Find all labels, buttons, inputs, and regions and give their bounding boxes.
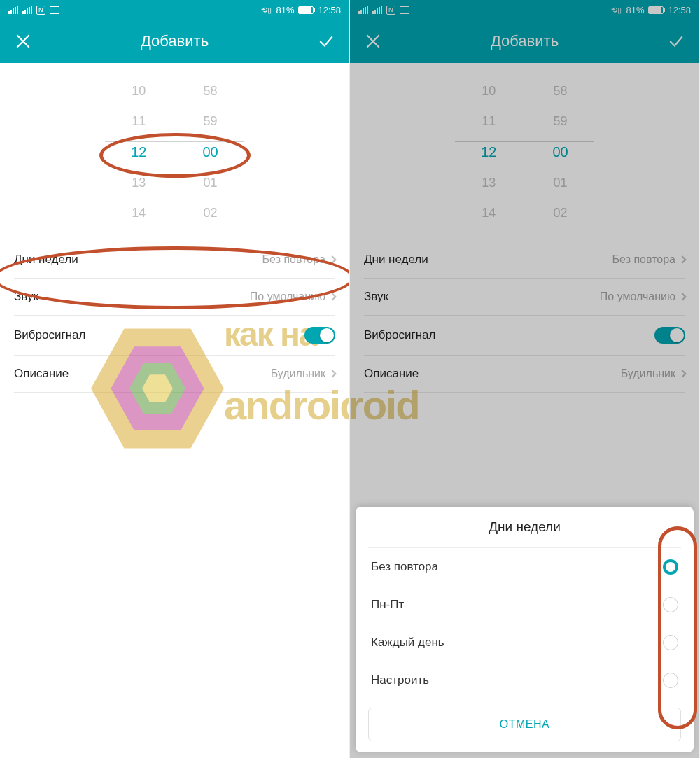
chevron-right-icon: [678, 255, 686, 263]
hour-column[interactable]: 10 11 12 13 14: [131, 84, 146, 220]
battery-pct: 81%: [276, 5, 294, 15]
sheet-option-every-day[interactable]: Каждый день: [356, 624, 694, 661]
nfc-icon: N: [36, 6, 46, 15]
row-repeat-value: Без повтора: [262, 253, 326, 266]
signal-icon: [358, 6, 368, 14]
chevron-right-icon: [328, 293, 336, 300]
row-sound-value: По умолчанию: [250, 290, 326, 303]
battery-icon: [298, 6, 314, 14]
chevron-right-icon: [678, 293, 686, 300]
sheet-option-mon-fri[interactable]: Пн-Пт: [356, 586, 694, 624]
chevron-right-icon: [678, 370, 686, 377]
row-desc-value: Будильник: [621, 367, 676, 380]
status-bar: N ⟲▯ 81% 12:58: [350, 0, 699, 20]
header: Добавить: [350, 20, 699, 63]
mail-icon: [50, 6, 59, 14]
repeat-sheet: Дни недели Без повтора Пн-Пт Каждый день…: [356, 507, 694, 752]
screen-right: N ⟲▯ 81% 12:58 Добавить 10: [350, 0, 700, 758]
minute-column[interactable]: 58 59 00 01 02: [203, 84, 218, 220]
row-sound[interactable]: Звук По умолчанию: [350, 279, 699, 315]
sheet-title: Дни недели: [356, 507, 694, 547]
clock: 12:58: [318, 5, 341, 15]
row-repeat-label: Дни недели: [14, 253, 78, 267]
row-repeat[interactable]: Дни недели Без повтора: [0, 241, 349, 278]
row-desc-label: Описание: [14, 367, 69, 381]
watermark-text-2b: android: [350, 381, 419, 428]
battery-pct: 81%: [626, 5, 644, 15]
screen-left: N ⟲▯ 81% 12:58 Добавить 10: [0, 0, 350, 758]
vibrate-toggle[interactable]: [304, 327, 335, 344]
radio-icon[interactable]: [663, 635, 678, 650]
selected-hour: 12: [131, 144, 146, 160]
row-desc-value: Будильник: [271, 367, 326, 380]
radio-icon[interactable]: [663, 559, 678, 575]
confirm-icon[interactable]: [667, 32, 685, 50]
selected-min: 00: [553, 144, 568, 160]
row-repeat-value: Без повтора: [612, 253, 676, 266]
time-picker[interactable]: 10 11 12 13 14 58 59 00 01 02: [350, 63, 699, 227]
rotation-icon: ⟲▯: [611, 6, 622, 15]
rotation-icon: ⟲▯: [261, 6, 272, 15]
battery-icon: [648, 6, 664, 14]
header-title: Добавить: [382, 32, 667, 50]
selected-hour: 12: [481, 144, 496, 160]
sheet-option-no-repeat[interactable]: Без повтора: [356, 548, 694, 586]
row-sound-label: Звук: [14, 290, 38, 304]
mail-icon: [400, 6, 410, 14]
chevron-right-icon: [328, 370, 336, 377]
hour-column[interactable]: 10 11 12 13 14: [481, 84, 496, 220]
time-picker[interactable]: 10 11 12 13 14 58 59 00 01 02: [0, 63, 349, 227]
row-repeat[interactable]: Дни недели Без повтора: [350, 241, 699, 278]
row-sound-label: Звук: [364, 290, 388, 304]
sheet-option-custom[interactable]: Настроить: [356, 661, 694, 699]
header-title: Добавить: [32, 32, 317, 50]
row-desc-label: Описание: [364, 367, 419, 381]
row-vibrate-label: Вибросигнал: [364, 328, 435, 342]
signal-icon-2: [372, 6, 382, 14]
signal-icon: [8, 6, 18, 14]
nfc-icon: N: [386, 6, 396, 15]
close-icon[interactable]: [14, 32, 32, 50]
row-vibrate-label: Вибросигнал: [14, 328, 85, 342]
radio-icon[interactable]: [663, 597, 678, 612]
selected-min: 00: [203, 144, 218, 160]
radio-icon[interactable]: [663, 673, 678, 688]
row-sound-value: По умолчанию: [600, 290, 676, 303]
confirm-icon[interactable]: [317, 32, 335, 50]
row-vibrate[interactable]: Вибросигнал: [350, 316, 699, 355]
header: Добавить: [0, 20, 349, 63]
row-repeat-label: Дни недели: [364, 253, 428, 267]
watermark-text-2: android: [224, 381, 350, 428]
clock: 12:58: [668, 5, 691, 15]
vibrate-toggle[interactable]: [654, 327, 685, 344]
close-icon[interactable]: [364, 32, 382, 50]
watermark-logo: [91, 322, 224, 455]
chevron-right-icon: [328, 255, 336, 263]
sheet-cancel-button[interactable]: ОТМЕНА: [368, 708, 681, 741]
watermark-text-1: как на: [224, 315, 316, 353]
row-sound[interactable]: Звук По умолчанию: [0, 279, 349, 315]
minute-column[interactable]: 58 59 00 01 02: [553, 84, 568, 220]
status-bar: N ⟲▯ 81% 12:58: [0, 0, 349, 20]
signal-icon-2: [22, 6, 32, 14]
